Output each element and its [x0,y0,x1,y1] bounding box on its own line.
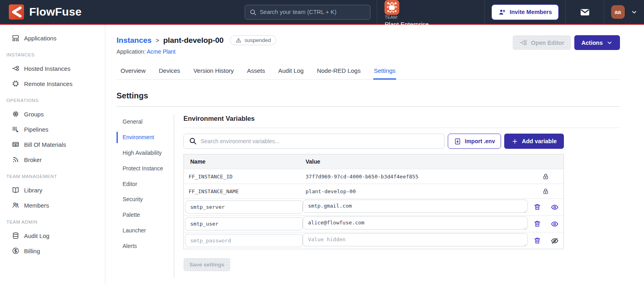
env-var-name-input[interactable] [185,200,303,214]
sidebar-item-members[interactable]: Members [0,198,105,213]
application-link[interactable]: Acme Plant [147,48,176,55]
table-row: alice@flowfuse.com [184,215,564,232]
tab-devices[interactable]: Devices [159,64,181,80]
invite-members-label: Invite Members [509,9,552,15]
env-var-name-input[interactable] [185,217,303,230]
environment-variables-title: Environment Variables [183,112,620,128]
sidebar-item-billing[interactable]: Billing [0,243,105,258]
import-env-button[interactable]: Import .env [448,134,501,149]
subnav-alerts[interactable]: Alerts [117,238,164,254]
sidebar-section-team-admin: TEAM ADMIN [0,220,105,224]
subnav-security[interactable]: Security [117,192,164,207]
env-var-value-input[interactable] [303,233,528,246]
sidebar-item-bill-of-materials[interactable]: Bill Of Materials [0,137,105,152]
subnav-general[interactable]: General [117,114,164,130]
env-var-name-input[interactable] [185,234,303,247]
team-label: TEAM: [384,15,477,20]
audit-log-icon [12,232,20,240]
settings-divider [117,106,620,107]
hide-value-button[interactable] [551,237,559,245]
trash-icon [533,237,541,244]
actions-button[interactable]: Actions [574,35,620,50]
sidebar-item-label: Applications [24,35,56,42]
tab-settings[interactable]: Settings [373,64,396,80]
sidebar-item-label: Bill Of Materials [24,141,66,148]
status-badge: suspended [230,35,276,45]
sidebar-item-pipelines[interactable]: Pipelines [0,122,105,137]
bill-of-materials-icon [12,140,20,148]
sidebar-item-remote-instances[interactable]: Remote Instances [0,76,105,91]
groups-icon [12,110,20,118]
sidebar-item-library[interactable]: Library [0,182,105,198]
plus-icon [511,138,518,145]
search-icon [189,137,197,145]
sidebar-item-label: Broker [24,156,42,163]
team-avatar [384,0,399,15]
chevron-down-icon [631,9,638,16]
sidebar-item-label: Billing [24,248,40,254]
subnav-protect-instance[interactable]: Protect Instance [117,161,164,176]
invite-members-button[interactable]: Invite Members [491,4,559,20]
breadcrumb-instances-link[interactable]: Instances [117,36,152,45]
tab-node-red-logs[interactable]: Node-RED Logs [316,64,361,80]
sidebar-section-instances: INSTANCES [0,52,105,57]
library-icon [12,186,20,194]
sidebar-item-label: Library [24,187,42,194]
sidebar-item-label: Pipelines [24,126,48,133]
env-search-input[interactable] [183,134,445,149]
notifications-button[interactable] [566,0,604,24]
environment-variables-section: Environment Variables Import .env [183,112,620,278]
breadcrumb-separator: > [156,37,159,44]
sidebar-item-audit-log[interactable]: Audit Log [0,228,105,243]
top-navbar: FlowFuse TEAM: Plant Enterprise Invite [0,0,644,24]
env-var-name: FF_INSTANCE_ID [184,174,306,180]
tab-audit-log[interactable]: Audit Log [278,64,304,80]
subnav-high-availability[interactable]: High Availability [117,145,164,161]
env-var-value-input[interactable]: smtp.gmail.com [303,200,528,213]
trash-icon [533,220,541,228]
env-var-value-input[interactable]: alice@flowfuse.com [303,216,528,230]
flowfuse-logo[interactable]: FlowFuse [0,0,91,24]
editor-icon [519,38,527,47]
import-env-label: Import .env [465,138,495,144]
show-value-button[interactable] [551,203,559,211]
show-value-button[interactable] [551,220,559,228]
column-header-name: Name [184,158,306,165]
pipelines-icon [12,125,20,133]
table-header: Name Value [184,154,564,169]
save-settings-button[interactable]: Save settings [183,258,230,271]
team-selector[interactable]: TEAM: Plant Enterprise [377,0,484,24]
application-line: Application: Acme Plant [117,48,276,55]
subnav-divider [174,115,174,278]
sidebar-item-hosted-instances[interactable]: Hosted Instances [0,61,105,76]
tab-assets[interactable]: Assets [247,64,266,80]
lock-icon [542,188,549,195]
sidebar-item-applications[interactable]: Applications [0,30,105,46]
sidebar-item-groups[interactable]: Groups [0,106,105,122]
delete-variable-button[interactable] [533,237,541,244]
add-variable-label: Add variable [522,138,557,144]
team-search-input[interactable] [245,5,370,20]
sidebar-item-label: Groups [24,111,44,118]
navbar-spacer [91,0,245,24]
eye-off-icon [551,237,559,245]
add-variable-button[interactable]: Add variable [504,134,564,149]
tab-version-history[interactable]: Version History [193,64,234,80]
warning-icon [235,37,242,43]
open-editor-button[interactable]: Open Editor [513,35,571,50]
user-menu[interactable]: aa [604,0,644,24]
tab-overview[interactable]: Overview [120,64,146,80]
subnav-palette[interactable]: Palette [117,207,164,223]
delete-variable-button[interactable] [533,203,541,211]
delete-variable-button[interactable] [533,220,541,228]
subnav-editor[interactable]: Editor [117,176,164,192]
env-toolbar: Import .env Add variable [183,134,564,149]
sidebar-item-broker[interactable]: Broker [0,152,105,167]
sidebar: Applications INSTANCES Hosted Instances … [0,25,105,284]
members-icon [12,201,20,209]
subnav-launcher[interactable]: Launcher [117,223,164,238]
env-variables-table: Name Value FF_INSTANCE_ID 37f7d969-97cd-… [183,154,564,249]
subnav-environment[interactable]: Environment [117,130,164,145]
table-row [184,232,564,249]
chevron-down-icon [606,40,613,46]
